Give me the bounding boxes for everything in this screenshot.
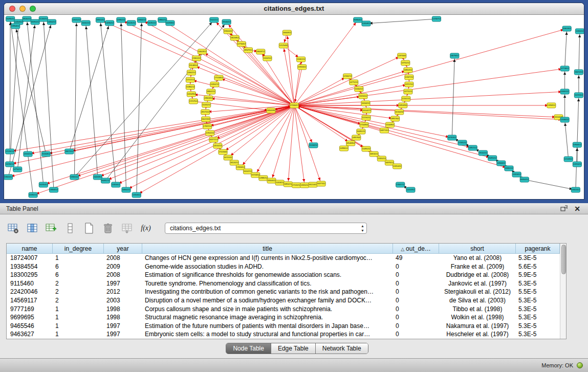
- graph-node[interactable]: 16640912: [282, 30, 291, 35]
- row-height-icon[interactable]: [63, 221, 77, 235]
- graph-node[interactable]: 20055912: [93, 174, 102, 180]
- graph-node[interactable]: 18547412: [244, 48, 252, 53]
- graph-node[interactable]: 15184212: [309, 143, 318, 148]
- graph-node[interactable]: 10944612: [573, 142, 581, 147]
- column-header-title[interactable]: title: [142, 244, 393, 254]
- graph-edge[interactable]: [576, 145, 577, 190]
- graph-node[interactable]: 13954012: [11, 24, 20, 29]
- graph-edge[interactable]: [272, 105, 294, 181]
- graph-node[interactable]: 12455212: [377, 156, 386, 161]
- graph-node[interactable]: 12455812: [512, 172, 521, 177]
- graph-node[interactable]: 14602812: [198, 49, 207, 54]
- graph-edge[interactable]: [8, 105, 294, 177]
- graph-edge[interactable]: [10, 105, 294, 151]
- graph-node[interactable]: 16191812: [166, 20, 175, 26]
- table-row[interactable]: 977716911998Corpus callosum shape and si…: [7, 305, 560, 314]
- graph-node[interactable]: 16091412: [488, 156, 497, 161]
- graph-node[interactable]: 10740712: [432, 16, 441, 21]
- graph-node[interactable]: 12655212: [300, 183, 309, 188]
- graph-node[interactable]: 17523442: [219, 149, 227, 155]
- graph-node[interactable]: 12615212: [72, 17, 81, 23]
- graph-node[interactable]: 17591212: [458, 140, 467, 145]
- graph-node[interactable]: 15958112: [547, 103, 556, 108]
- graph-node[interactable]: 12450212: [210, 82, 219, 87]
- graph-node[interactable]: 16191412: [39, 182, 48, 187]
- edit-columns-icon[interactable]: [44, 221, 58, 235]
- graph-node[interactable]: 13909212: [49, 187, 58, 192]
- graph-edge[interactable]: [579, 31, 580, 72]
- graph-node[interactable]: 10922412: [571, 187, 580, 192]
- graph-edge[interactable]: [294, 105, 452, 138]
- graph-node[interactable]: 16377212: [209, 137, 218, 142]
- table-row[interactable]: 1456911722003Disruption of a novel membe…: [7, 296, 560, 305]
- graph-node[interactable]: 18120212: [230, 160, 238, 165]
- graph-node[interactable]: 18120412: [309, 182, 317, 187]
- graph-edge[interactable]: [294, 69, 565, 105]
- graph-node[interactable]: 16945212: [505, 166, 513, 171]
- column-header-short[interactable]: short: [439, 244, 516, 254]
- graph-node[interactable]: 10944412: [497, 161, 506, 166]
- graph-edge[interactable]: [366, 19, 436, 24]
- graph-node[interactable]: 11240212: [39, 16, 48, 21]
- graph-node[interactable]: 12450412: [393, 164, 402, 169]
- column-header-out-degree[interactable]: △out_de…: [393, 244, 439, 254]
- graph-node[interactable]: 16901412: [96, 17, 104, 23]
- graph-node[interactable]: 16191212: [147, 20, 156, 26]
- graph-node[interactable]: 15905112: [70, 174, 79, 180]
- graph-node[interactable]: 16816212: [369, 151, 378, 157]
- graph-node[interactable]: 12450612: [132, 192, 141, 198]
- graph-node[interactable]: 15495212: [362, 146, 371, 151]
- graph-node[interactable]: 15905912: [562, 26, 571, 31]
- minimize-window-button[interactable]: [19, 6, 26, 12]
- import-table-icon[interactable]: [120, 221, 134, 235]
- graph-node[interactable]: 12616212: [24, 151, 32, 157]
- graph-node[interactable]: 24679412: [450, 53, 459, 58]
- graph-node[interactable]: 16725312: [224, 155, 232, 160]
- graph-node[interactable]: 14090212: [105, 20, 114, 26]
- create-table-icon[interactable]: [82, 221, 96, 235]
- tab-node-table[interactable]: Node Table: [226, 343, 271, 354]
- tab-edge-table[interactable]: Edge Table: [271, 343, 316, 354]
- graph-edge[interactable]: [74, 105, 294, 177]
- graph-node[interactable]: 12455612: [112, 182, 120, 187]
- graph-node[interactable]: 15963412: [298, 64, 307, 70]
- graph-node[interactable]: 11544902: [385, 122, 394, 127]
- graph-node[interactable]: 18220812: [230, 35, 239, 40]
- graph-edge[interactable]: [69, 105, 294, 151]
- graph-node[interactable]: 12125432: [279, 43, 288, 48]
- graph-node[interactable]: 14204904: [187, 92, 195, 97]
- graph-node[interactable]: 11205212: [202, 102, 211, 107]
- graph-edge[interactable]: [294, 67, 302, 105]
- graph-node[interactable]: 12988212: [259, 176, 268, 181]
- graph-edge[interactable]: [43, 19, 54, 190]
- graph-node[interactable]: 16377412: [317, 181, 325, 186]
- graph-node[interactable]: 19162212: [478, 150, 487, 156]
- graph-node[interactable]: 16495212: [357, 129, 365, 134]
- graph-node[interactable]: 25160812: [41, 151, 50, 157]
- graph-node[interactable]: 16590212: [31, 19, 39, 25]
- graph-node[interactable]: 12160212: [343, 74, 352, 79]
- graph-edge[interactable]: [294, 92, 565, 105]
- graph-edge[interactable]: [288, 105, 294, 184]
- graph-edge[interactable]: [287, 33, 294, 105]
- network-svg[interactable]: 1724041714602812218012222314855211802212…: [4, 15, 584, 199]
- graph-node[interactable]: 12216212: [362, 115, 371, 120]
- graph-node[interactable]: 12103512: [564, 157, 573, 162]
- zoom-window-button[interactable]: [30, 6, 36, 12]
- graph-edge[interactable]: [294, 105, 558, 117]
- graph-node[interactable]: 23148552: [189, 63, 198, 68]
- graph-node[interactable]: 14550212: [213, 143, 222, 148]
- graph-node[interactable]: 12151512: [186, 77, 194, 82]
- show-columns-icon[interactable]: [25, 221, 39, 235]
- graph-node[interactable]: 12036112: [560, 117, 569, 122]
- graph-node[interactable]: 15022212: [210, 17, 219, 23]
- graph-node[interactable]: 81830412: [354, 17, 362, 23]
- column-header-year[interactable]: year: [104, 244, 142, 254]
- graph-node[interactable]: 16164212: [361, 101, 370, 106]
- graph-node[interactable]: 15905312: [4, 174, 13, 180]
- graph-node[interactable]: 12980212: [117, 17, 125, 23]
- graph-node[interactable]: 18140412: [222, 19, 231, 25]
- graph-edge[interactable]: [294, 105, 304, 185]
- graph-node[interactable]: 15905712: [396, 182, 405, 187]
- table-selector-combo[interactable]: citations_edges.txt ▲▼: [165, 223, 367, 234]
